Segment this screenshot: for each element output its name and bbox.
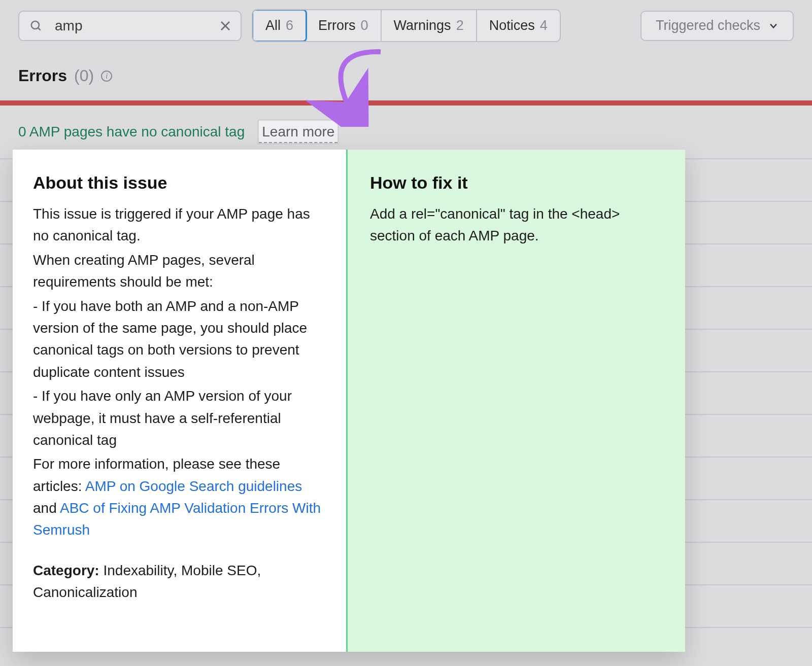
toolbar: All 6 Errors 0 Warnings 2 Notices 4 Trig… — [0, 0, 812, 53]
about-text: - If you have both an AMP and a non-AMP … — [33, 295, 326, 383]
filter-count: 2 — [456, 18, 464, 33]
filter-count: 4 — [540, 18, 548, 33]
section-label: Errors — [18, 66, 67, 85]
triggered-checks-dropdown[interactable]: Triggered checks — [640, 11, 794, 41]
clear-icon[interactable] — [219, 20, 231, 32]
about-text: For more information, please see these a… — [33, 453, 326, 541]
info-icon[interactable]: i — [101, 71, 112, 82]
category-line: Category: Indexability, Mobile SEO, Cano… — [33, 559, 326, 604]
issue-title[interactable]: 0 AMP pages have no canonical tag — [18, 124, 245, 140]
fix-body: Add a rel="canonical" tag in the <head> … — [370, 203, 663, 247]
learn-more-link[interactable]: Learn more — [259, 121, 337, 143]
filter-tab-notices[interactable]: Notices 4 — [477, 10, 560, 41]
abc-fixing-link[interactable]: ABC of Fixing AMP Validation Errors With… — [33, 500, 321, 538]
errors-section-header: Errors (0) i — [0, 53, 812, 100]
amp-guidelines-link[interactable]: AMP on Google Search guidelines — [85, 478, 302, 494]
section-count: (0) — [74, 66, 94, 85]
svg-line-1 — [38, 27, 41, 30]
fix-panel: How to fix it Add a rel="canonical" tag … — [348, 150, 685, 652]
triggered-label: Triggered checks — [656, 18, 760, 33]
filter-tab-warnings[interactable]: Warnings 2 — [382, 10, 477, 41]
about-body: This issue is triggered if your AMP page… — [33, 203, 326, 604]
filter-label: Notices — [489, 18, 535, 33]
about-text: - If you have only an AMP version of you… — [33, 385, 326, 451]
issue-detail-popover: About this issue This issue is triggered… — [13, 150, 685, 652]
svg-point-0 — [31, 21, 39, 28]
search-input[interactable] — [18, 11, 242, 41]
chevron-down-icon — [768, 21, 779, 31]
filter-tabs: All 6 Errors 0 Warnings 2 Notices 4 — [252, 9, 561, 42]
filter-count: 0 — [361, 18, 368, 33]
about-text: When creating AMP pages, several require… — [33, 249, 326, 293]
filter-label: Warnings — [394, 18, 451, 33]
filter-label: Errors — [318, 18, 356, 33]
search-field-wrap — [18, 11, 242, 41]
about-heading: About this issue — [33, 173, 326, 193]
search-icon — [29, 19, 43, 32]
filter-tab-all[interactable]: All 6 — [252, 9, 307, 42]
about-text: This issue is triggered if your AMP page… — [33, 203, 326, 247]
errors-divider — [0, 100, 812, 106]
filter-label: All — [265, 18, 281, 33]
filter-count: 6 — [286, 18, 293, 33]
filter-tab-errors[interactable]: Errors 0 — [306, 10, 382, 41]
category-label: Category: — [33, 563, 99, 578]
fix-heading: How to fix it — [370, 173, 663, 193]
about-panel: About this issue This issue is triggered… — [13, 150, 348, 652]
about-text-frag: and — [33, 500, 60, 516]
